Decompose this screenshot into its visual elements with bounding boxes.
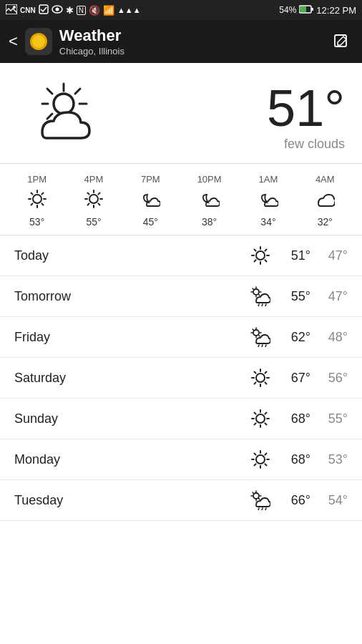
- hour-label: 4AM: [315, 174, 335, 185]
- hour-icon: [84, 189, 104, 212]
- svg-line-42: [255, 250, 256, 251]
- hour-icon: [27, 189, 47, 212]
- signal-icon: ▲▲▲: [117, 6, 141, 14]
- svg-line-64: [262, 345, 263, 347]
- svg-line-35: [98, 193, 99, 195]
- svg-line-92: [255, 464, 256, 465]
- svg-line-80: [255, 413, 256, 414]
- day-high: 68°: [273, 411, 310, 426]
- edit-button[interactable]: [329, 29, 353, 54]
- daily-row: Friday 62° 48°: [0, 317, 362, 358]
- hour-label: 4PM: [84, 174, 104, 185]
- svg-line-83: [255, 423, 256, 424]
- svg-line-82: [265, 413, 266, 414]
- hour-item: 1PM 53°: [27, 174, 47, 228]
- day-high: 51°: [273, 248, 310, 263]
- svg-line-90: [265, 464, 266, 465]
- day-low: 48°: [310, 330, 348, 345]
- daily-row: Tuesday 66° 54°: [0, 480, 362, 521]
- svg-line-45: [255, 260, 256, 261]
- day-name: Saturday: [14, 371, 248, 386]
- app-icon: [25, 28, 52, 55]
- current-description: few clouds: [267, 137, 345, 152]
- svg-point-2: [13, 6, 16, 9]
- day-icon: [248, 449, 273, 469]
- day-icon: [248, 327, 273, 347]
- hour-icon: [258, 189, 278, 212]
- svg-line-14: [47, 89, 52, 94]
- daily-row: Today 51° 47°: [0, 235, 362, 276]
- hour-label: 10PM: [197, 174, 222, 185]
- svg-line-99: [259, 499, 260, 500]
- day-high: 68°: [273, 452, 310, 467]
- svg-line-24: [31, 193, 32, 195]
- hour-item: 4PM 55°: [84, 174, 104, 228]
- hour-temp: 32°: [318, 216, 333, 228]
- hour-icon: [315, 189, 335, 212]
- svg-line-89: [255, 454, 256, 455]
- svg-point-46: [253, 289, 259, 295]
- current-temp: 51°: [267, 82, 345, 134]
- app-title: Weather: [59, 26, 124, 45]
- hour-temp: 45°: [143, 216, 158, 228]
- svg-line-62: [259, 336, 260, 337]
- day-low: 47°: [310, 248, 348, 263]
- svg-line-73: [265, 372, 266, 374]
- svg-point-19: [33, 195, 41, 203]
- svg-line-61: [253, 329, 254, 331]
- day-low: 56°: [310, 371, 348, 386]
- daily-row: Sunday 68° 55°: [0, 399, 362, 439]
- svg-line-26: [41, 193, 43, 195]
- eye-icon: [52, 5, 63, 16]
- svg-line-72: [265, 382, 266, 384]
- svg-line-63: [258, 345, 259, 347]
- svg-line-43: [265, 260, 266, 261]
- hour-item: 7PM 45°: [140, 174, 160, 228]
- hour-item: 4AM 32°: [315, 174, 335, 228]
- svg-rect-3: [39, 5, 48, 14]
- day-high: 55°: [273, 289, 310, 304]
- day-icon: [248, 368, 273, 388]
- svg-point-84: [256, 455, 265, 464]
- svg-line-34: [98, 203, 99, 205]
- day-name: Friday: [14, 330, 248, 345]
- day-high: 67°: [273, 371, 310, 386]
- day-low: 53°: [310, 452, 348, 467]
- nfc-icon: N: [77, 6, 86, 15]
- status-bar: CNN ✱ N 🔇 📶 ▲▲▲ 54% 12:22 PM: [0, 0, 362, 20]
- svg-point-37: [256, 251, 265, 260]
- day-name: Monday: [14, 452, 248, 467]
- svg-line-101: [262, 508, 263, 510]
- bluetooth-icon: ✱: [66, 5, 74, 16]
- svg-rect-8: [311, 8, 313, 11]
- svg-point-75: [256, 414, 265, 423]
- gallery-icon: [6, 4, 17, 16]
- app-icon-inner: [30, 33, 47, 50]
- hour-item: 1AM 34°: [258, 174, 278, 228]
- temp-block: 51° few clouds: [267, 82, 345, 152]
- svg-point-66: [256, 374, 265, 382]
- svg-line-52: [259, 295, 260, 296]
- svg-line-36: [87, 203, 89, 205]
- current-weather-icon: [17, 77, 132, 156]
- hour-temp: 55°: [86, 216, 101, 228]
- svg-line-44: [265, 250, 266, 251]
- status-right: 54% 12:22 PM: [279, 5, 356, 16]
- header-left: < Weather Chicago, Illinois: [9, 26, 124, 56]
- hour-icon: [140, 189, 160, 212]
- svg-point-28: [89, 195, 98, 203]
- hour-label: 1AM: [259, 174, 278, 185]
- header-titles: Weather Chicago, Illinois: [59, 26, 124, 56]
- daily-forecast: Today 51° 47° Tomorrow 55° 47° Friday: [0, 235, 362, 521]
- day-icon: [248, 245, 273, 265]
- hour-temp: 38°: [202, 216, 217, 228]
- day-name: Tomorrow: [14, 289, 248, 304]
- hour-temp: 34°: [260, 216, 275, 228]
- svg-line-53: [258, 304, 259, 306]
- back-button[interactable]: <: [9, 32, 18, 51]
- svg-line-27: [31, 203, 32, 205]
- day-high: 66°: [273, 493, 310, 508]
- day-low: 54°: [310, 493, 348, 508]
- day-icon: [248, 409, 273, 429]
- day-name: Tuesday: [14, 493, 248, 508]
